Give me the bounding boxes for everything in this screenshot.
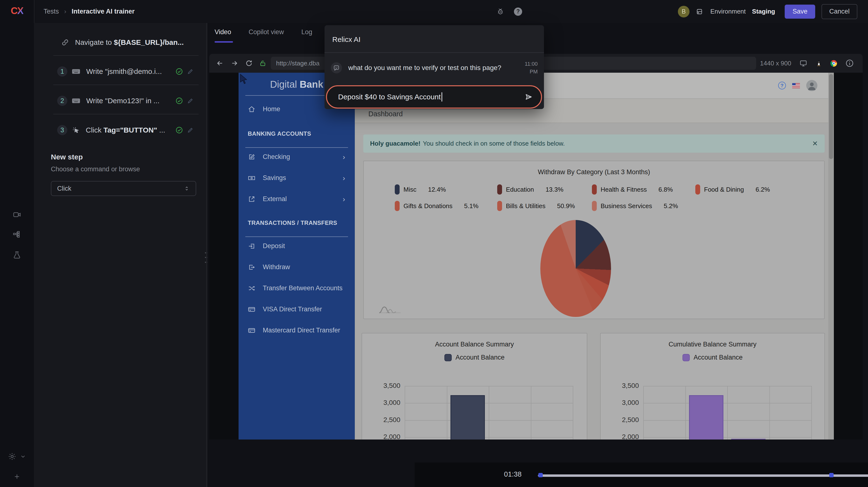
axis-tick: 2,000 xyxy=(608,433,639,439)
viewport-size: 1440 x 900 xyxy=(760,60,791,67)
axis-tick: 3,000 xyxy=(608,399,639,406)
gridline xyxy=(447,386,447,439)
reload-icon[interactable] xyxy=(245,59,253,67)
bank-nav-savings[interactable]: Savings› xyxy=(239,168,355,188)
bank-nav-mastercard-direct-transfer[interactable]: Mastercard Direct Transfer xyxy=(239,320,355,341)
edit-pencil-icon[interactable] xyxy=(187,68,194,75)
gridline xyxy=(573,386,573,439)
bank-user-avatar[interactable] xyxy=(806,80,817,91)
edit-pencil-icon[interactable] xyxy=(187,97,194,104)
tab-copilot-view[interactable]: Copilot view xyxy=(249,28,284,43)
playback-time: 01:38 xyxy=(504,470,522,478)
gridline xyxy=(769,386,770,439)
bank-nav-checking[interactable]: Checking› xyxy=(239,146,355,168)
monitor-icon[interactable] xyxy=(800,59,807,67)
signout-icon xyxy=(248,263,256,271)
progress-bar[interactable] xyxy=(538,475,868,477)
app-logo[interactable]: CX xyxy=(0,5,34,16)
bank-nav-transfer-between-accounts[interactable]: Transfer Between Accounts xyxy=(239,278,355,299)
top-bar: Tests › Interactive AI trainer ? B Envir… xyxy=(34,0,868,23)
tab-video[interactable]: Video xyxy=(215,28,231,43)
legend-label: Account Balance xyxy=(456,354,505,361)
section-title-banking-accounts: BANKING ACCOUNTS xyxy=(248,130,311,137)
card-icon xyxy=(248,306,256,313)
save-button[interactable]: Save xyxy=(785,5,815,19)
progress-marker[interactable] xyxy=(538,473,543,477)
legend-swatch xyxy=(497,184,502,194)
bug-icon[interactable] xyxy=(496,8,504,16)
gridline xyxy=(727,386,728,439)
add-icon[interactable] xyxy=(0,473,34,480)
step-number: 2 xyxy=(57,96,67,106)
axis-tick: 3,000 xyxy=(369,399,400,406)
step-2[interactable]: 2 Write "Demo123!" in ... xyxy=(34,88,206,114)
edit-pencil-icon[interactable] xyxy=(187,127,194,133)
linux-penguin-icon[interactable] xyxy=(815,60,822,67)
breadcrumb-separator: › xyxy=(64,8,66,15)
legend-name: Education xyxy=(506,186,534,193)
message-text: what do you want me to verify or test on… xyxy=(348,64,517,72)
nav-label: External xyxy=(263,195,287,203)
tab-log[interactable]: Log xyxy=(301,28,312,43)
step-1[interactable]: 1 Write "jsmith@demo.i... xyxy=(34,58,206,85)
text-caret xyxy=(441,92,442,101)
step-navigate[interactable]: Navigate to ${BASE_URL}/ban... xyxy=(34,29,206,56)
axis-tick: 3,500 xyxy=(608,382,639,390)
alert-banner: Holy guacamole!You should check in on so… xyxy=(363,134,825,153)
cancel-button[interactable]: Cancel xyxy=(822,4,857,19)
bank-help-icon[interactable]: ? xyxy=(778,82,786,89)
page-title: Dashboard xyxy=(368,110,403,118)
nav-label: Deposit xyxy=(263,242,285,250)
signin-icon xyxy=(248,242,256,250)
video-camera-icon[interactable] xyxy=(0,210,34,219)
video-stage[interactable]: Digital Bank HomeBANKING ACCOUNTSCheckin… xyxy=(209,73,863,439)
chart-title: Account Balance Summary xyxy=(362,341,587,348)
bank-sidebar: Digital Bank HomeBANKING ACCOUNTSCheckin… xyxy=(239,73,355,439)
step-number: 3 xyxy=(57,125,67,135)
bank-nav-external[interactable]: External› xyxy=(239,188,355,210)
legend-item: Misc12.4% xyxy=(395,184,446,194)
step-3[interactable]: 3 Click Tag="BUTTON" ... xyxy=(34,117,206,144)
forward-icon[interactable] xyxy=(230,59,238,67)
new-step-title: New step xyxy=(51,153,83,161)
send-icon[interactable] xyxy=(524,93,533,101)
mouse-cursor xyxy=(239,73,250,85)
nav-label: Checking xyxy=(263,153,290,161)
gridline xyxy=(811,386,812,439)
legend-swatch xyxy=(444,354,452,361)
progress-marker[interactable] xyxy=(829,473,834,477)
chevron-right-icon: › xyxy=(343,195,345,203)
step-number: 1 xyxy=(57,66,67,77)
environment-label: Environment xyxy=(710,8,746,15)
environment-value[interactable]: Staging xyxy=(752,8,775,15)
new-step-subtitle: Choose a command or browse xyxy=(51,165,140,173)
account-balance-card: Account Balance Summary Account Balance … xyxy=(362,333,587,439)
info-icon[interactable] xyxy=(845,59,854,68)
breadcrumb-tests[interactable]: Tests xyxy=(43,8,59,15)
card-icon xyxy=(248,327,256,334)
command-select[interactable]: Click xyxy=(51,181,196,196)
us-flag-icon[interactable] xyxy=(792,83,800,88)
gridline xyxy=(489,386,489,439)
legend-name: Misc xyxy=(403,186,416,193)
legend-value: 13.3% xyxy=(546,186,564,193)
test-steps-panel: Navigate to ${BASE_URL}/ban... 1 Write "… xyxy=(34,23,206,487)
settings-gear-icon[interactable] xyxy=(8,452,17,461)
bank-nav-deposit[interactable]: Deposit xyxy=(239,236,355,256)
alert-close-icon[interactable]: ✕ xyxy=(812,140,818,148)
user-avatar[interactable]: B xyxy=(678,6,689,18)
keyboard-icon xyxy=(72,96,81,105)
video-player-bar: 01:38 LIVE 0.5x1x2x4x8x16x skip inactive xyxy=(414,462,868,487)
wave-icon xyxy=(378,305,403,315)
back-icon[interactable] xyxy=(216,59,224,67)
legend-item: Health & Fitness6.8% xyxy=(592,184,673,194)
chrome-icon[interactable] xyxy=(831,60,837,67)
bank-nav-withdraw[interactable]: Withdraw xyxy=(239,256,355,278)
help-icon[interactable]: ? xyxy=(514,7,522,16)
chevron-down-icon[interactable] xyxy=(20,453,26,460)
chat-input[interactable]: Deposit $40 to Savings Account xyxy=(326,85,542,109)
flask-icon[interactable] xyxy=(0,250,34,259)
scrollbar[interactable] xyxy=(828,73,834,439)
bank-nav-visa-direct-transfer[interactable]: VISA Direct Transfer xyxy=(239,299,355,320)
flow-tree-icon[interactable] xyxy=(0,230,34,239)
